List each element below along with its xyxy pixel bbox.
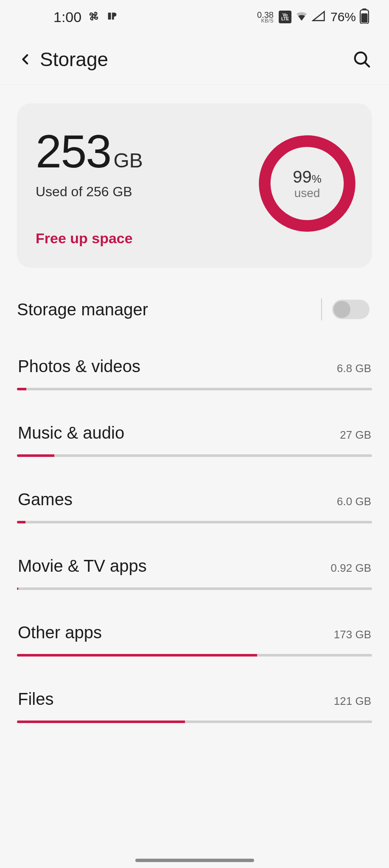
storage-donut-chart: 99% used <box>254 131 360 236</box>
svg-line-6 <box>365 62 369 67</box>
card-icon <box>106 10 118 24</box>
storage-used-unit: GB <box>114 149 143 172</box>
category-name: Movie & TV apps <box>18 556 147 576</box>
status-time: 1:00 <box>53 9 81 25</box>
category-bar-fill <box>17 521 25 523</box>
category-bar-fill <box>17 454 54 457</box>
chevron-left-icon <box>18 52 33 67</box>
category-bar <box>17 587 372 590</box>
battery-percentage: 76% <box>330 10 356 24</box>
storage-manager-toggle[interactable] <box>332 300 369 319</box>
category-bar <box>17 654 372 657</box>
storage-category-row[interactable]: Files121 GB <box>17 690 372 723</box>
category-bar-fill <box>17 654 257 657</box>
home-indicator[interactable] <box>135 859 254 862</box>
search-icon <box>352 50 372 69</box>
search-button[interactable] <box>348 46 375 73</box>
volte-icon: VoLTE <box>279 11 291 23</box>
storage-category-row[interactable]: Other apps173 GB <box>17 623 372 657</box>
category-size: 121 GB <box>334 695 371 708</box>
app-bar: Storage <box>0 34 389 85</box>
category-name: Games <box>18 490 73 509</box>
category-size: 6.8 GB <box>337 362 371 375</box>
category-name: Music & audio <box>18 423 124 442</box>
storage-manager-label: Storage manager <box>17 300 148 319</box>
category-bar <box>17 454 372 457</box>
category-size: 27 GB <box>340 428 371 442</box>
category-size: 173 GB <box>334 628 371 641</box>
category-name: Other apps <box>18 623 102 642</box>
category-size: 6.0 GB <box>337 495 371 508</box>
storage-category-row[interactable]: Music & audio27 GB <box>17 423 372 457</box>
divider <box>321 298 322 320</box>
battery-icon <box>359 8 369 25</box>
page-title: Storage <box>40 48 348 71</box>
wifi-icon <box>295 9 308 25</box>
storage-summary-card: 253 GB Used of 256 GB Free up space 99% … <box>17 103 372 268</box>
category-bar-fill <box>17 721 185 723</box>
donut-label: used <box>293 186 322 200</box>
storage-category-row[interactable]: Movie & TV apps0.92 GB <box>17 556 372 590</box>
storage-category-row[interactable]: Games6.0 GB <box>17 490 372 523</box>
category-bar <box>17 721 372 723</box>
donut-percent: 99% <box>293 167 322 186</box>
status-bar: 1:00 0.38 KB/S VoLTE <box>0 0 389 34</box>
category-name: Photos & videos <box>18 357 140 376</box>
category-bar <box>17 388 372 390</box>
storage-manager-row[interactable]: Storage manager <box>17 295 372 324</box>
svg-rect-1 <box>108 13 111 19</box>
category-size: 0.92 GB <box>331 562 371 575</box>
pinwheel-icon <box>87 10 100 24</box>
category-bar <box>17 521 372 523</box>
storage-used-value: 253 <box>36 128 111 175</box>
category-name: Files <box>18 690 53 709</box>
signal-icon <box>312 9 325 25</box>
network-speed: 0.38 KB/S <box>257 11 274 23</box>
category-bar-fill <box>17 388 26 390</box>
svg-rect-4 <box>361 13 368 22</box>
storage-category-row[interactable]: Photos & videos6.8 GB <box>17 357 372 390</box>
back-button[interactable] <box>14 47 37 71</box>
category-bar-fill <box>17 587 18 590</box>
